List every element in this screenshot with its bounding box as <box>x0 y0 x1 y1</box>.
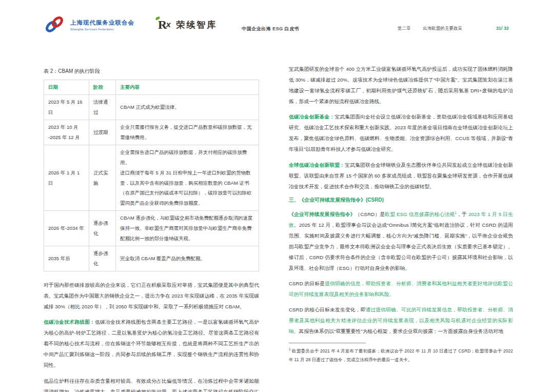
federation-name-en: Shanghai Services Federation <box>70 28 134 31</box>
header-chapter-info: 第二章 出海欧盟的主要政策 31/ 32 <box>398 26 509 32</box>
table-header-row: 日期阶段主要内容 <box>44 80 259 95</box>
chapter-title: 出海欧盟的主要政策 <box>423 26 462 32</box>
text-segment: 宝武集团研发的全球首个 400 立方米工业级富氢碳循环氧气高炉投运后，成功实现了… <box>289 66 513 104</box>
text-segment: 其报告体系仍以“双重重要性”为核心框架，要求企业双向披露：一方面披露自身业务活动… <box>299 328 503 334</box>
chapter-label: 第二章 <box>398 26 411 32</box>
table-cell: 企业只需履行报告义务，提交进口产品数量和碳排放数据，无需缴纳费用。 <box>116 120 259 145</box>
table-row: 2026 年 1 月 1 日正式实施企业需报告进口产品的碳排放数据，并支付相应的… <box>44 145 259 211</box>
table-header-cell: 日期 <box>44 80 89 95</box>
text-segment: 低碳冶金技术路线图： <box>44 319 95 325</box>
document-title: 中国企业出海 ESG 白皮书 <box>242 26 299 32</box>
thinktank-logo: R x 荣续智库 <box>158 18 217 31</box>
table-cell: CBAM 逐步强化，与欧盟碳交易市场免费配额逐步取消的速度保持一致。非欧盟生产商… <box>116 211 259 246</box>
page-header: 上海现代服务业联合会 Shanghai Services Federation … <box>44 12 509 37</box>
footnote-text: 1 欧盟委员会于 2021 年 4 月发布了最初提案；欧洲议会于 2022 年 … <box>289 346 513 364</box>
table-cell: 正式实施 <box>89 145 115 211</box>
footnote-rule <box>289 343 366 343</box>
table-cell: 企业需报告进口产品的碳排放数据，并支付相应的碳排放费用。 进口商须于每年 5 月… <box>116 145 259 211</box>
right-column: 宝武集团研发的全球首个 400 立方米工业级富氢碳循环氧气高炉投运后，成功实现了… <box>289 64 513 364</box>
text-segment: 宝武集团面向全社会设立低碳冶金创新基金，资助低碳冶金领域基础和应用基础研究、低碳… <box>289 114 513 152</box>
paragraph: 全球低碳冶金创新联盟：宝武集团联合全球钢铁业及生态圈伙伴单位共同发起成立全球低碳… <box>289 160 513 192</box>
table-row: 2035 年后逐步强化完全取消 CBAM 覆盖产品的免费配额。 <box>44 246 259 271</box>
rx-x-mark: x <box>165 20 172 29</box>
cbam-phases-table: 日期阶段主要内容 2023 年 5 月 16 日法律通过CBAM 正式成为欧盟法… <box>44 80 259 271</box>
table-cell: 法律通过 <box>89 94 115 120</box>
page-number: 31/ 32 <box>496 26 509 31</box>
footnote-block: 1 欧盟委员会于 2021 年 4 月发布了最初提案；欧洲议会于 2022 年 … <box>289 343 513 364</box>
table-header-cell: 主要内容 <box>116 80 259 95</box>
table-cell: 2026 年 1 月 1 日 <box>44 145 89 211</box>
table-cell: 2035 年后 <box>44 246 89 271</box>
table-cell: 2026 年-2034 年 <box>44 211 89 246</box>
paragraph: 低品位炉料往往存在杂质含量相对较高、有效成分占比偏低等情况，在冶炼过程中会带来诸… <box>44 376 259 392</box>
text-segment: CSRD 的核心目标未发生变化，即 <box>289 307 366 312</box>
text-segment: （CSRD）是 <box>355 211 385 217</box>
table-header-cell: 阶段 <box>89 80 115 95</box>
left-column: 表 2：CBAM 的执行阶段 日期阶段主要内容 2023 年 5 月 16 日法… <box>44 68 259 392</box>
paragraph: CSRD 的核心目标未发生变化，即通过提供明确、可比的可持续发展信息，帮助投资者… <box>289 304 513 337</box>
table-cell: 2023 年 10 月 -2025 年 12 月 <box>44 120 89 145</box>
paragraph: 宝武集团研发的全球首个 400 立方米工业级富氢碳循环氧气高炉投运后，成功实现了… <box>289 64 513 107</box>
table-cell: 2023 年 5 月 16 日 <box>44 94 89 120</box>
federation-logo: 上海现代服务业联合会 Shanghai Services Federation <box>44 14 134 35</box>
section-heading-csrd: 三、《企业可持续发展报告指令》(CSRD) <box>289 197 513 204</box>
table-cell: 逐步强化 <box>89 246 115 271</box>
text-segment: 欧盟 ESG 信息披露的核心法规 <box>385 211 454 217</box>
text-segment: 对于国内那些碳排放较高的企业来说，它们正在积极采取应对举措，宝武集团便是其中的典… <box>44 282 259 309</box>
table-row: 2023 年 5 月 16 日法律通过CBAM 正式成为欧盟法律。 <box>44 94 259 120</box>
text-segment: 全球低碳冶金创新联盟： <box>289 162 345 168</box>
table-cell: CBAM 正式成为欧盟法律。 <box>116 94 259 120</box>
table-row: 2023 年 10 月 -2025 年 12 月过渡期企业只需履行报告义务，提交… <box>44 120 259 145</box>
table-row: 2026 年-2034 年逐步强化CBAM 逐步强化，与欧盟碳交易市场免费配额逐… <box>44 211 259 246</box>
table-cell: 过渡期 <box>89 120 115 145</box>
paragraph: 低碳冶金创新基金：宝武集团面向全社会设立低碳冶金创新基金，资助低碳冶金领域基础和… <box>289 111 513 154</box>
text-segment: 。2025 年 12 月，欧盟理事会与议会达成“Omnibus Ⅰ简化方案”临时… <box>289 222 513 271</box>
federation-infinity-icon <box>44 14 66 35</box>
paragraph: 低碳冶金技术路线图：低碳冶金技术路线图包含两条主要工艺路径，一是以富氢碳循环氧气… <box>44 317 259 370</box>
table-caption: 表 2：CBAM 的执行阶段 <box>44 68 259 75</box>
text-segment: ，于 <box>457 211 468 217</box>
paragraph: 对于国内那些碳排放较高的企业来说，它们正在积极采取应对举措，宝武集团便是其中的典… <box>44 280 259 312</box>
text-segment: 低碳冶金创新基金： <box>289 114 334 120</box>
table-cell: 逐步强化 <box>89 211 115 246</box>
text-segment: 低品位炉料往往存在杂质含量相对较高、有效成分占比偏低等情况，在冶炼过程中会带来诸… <box>44 378 259 392</box>
text-segment: 《企业可持续发展报告指令》 <box>289 211 355 217</box>
paragraph: 《企业可持续发展报告指令》（CSRD）是欧盟 ESG 信息披露的核心法规1，于 … <box>289 209 513 273</box>
federation-name: 上海现代服务业联合会 <box>70 19 134 27</box>
text-segment: 低碳冶金技术路线图包含两条主要工艺路径，一是以富氢碳循环氧气高炉为核心的高炉-转… <box>44 319 259 368</box>
text-segment: 欧盟委员会于 2021 年 4 月发布了最初提案；欧洲议会于 2022 年 11… <box>289 348 513 362</box>
text-segment: CSRD 的目标是 <box>289 281 325 286</box>
thinktank-name: 荣续智库 <box>176 19 217 31</box>
table-cell: 完全取消 CBAM 覆盖产品的免费配额。 <box>116 246 259 271</box>
paragraph: CSRD 的目标是提供明确的信息，帮助投资者、分析师、消费者和其他利益相关者更好… <box>289 278 513 300</box>
